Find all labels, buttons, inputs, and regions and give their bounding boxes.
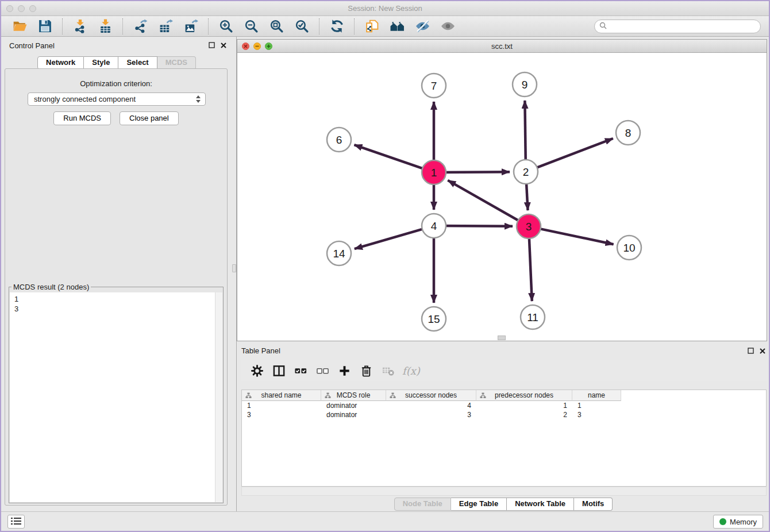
zoom-selected-button[interactable] [294,19,309,34]
tab-motifs[interactable]: Motifs [574,498,613,511]
task-history-button[interactable] [7,515,25,529]
column-settings-button[interactable] [250,364,264,377]
toolbar-separator [319,18,319,34]
table-row[interactable]: 1dominator411 [242,401,766,410]
network-view-window: scc.txt 7968124314101511 [237,39,767,341]
import-network-button[interactable] [72,19,87,34]
column-header-mcds-role[interactable]: MCDS role [321,390,386,401]
network-documents-button[interactable] [364,19,379,34]
close-panel-icon[interactable] [760,348,765,354]
table-cell[interactable]: dominator [321,410,386,419]
tab-node-table[interactable]: Node Table [394,498,451,511]
refresh-layout-button[interactable] [329,19,344,34]
add-row-button[interactable] [337,364,351,377]
search-input[interactable] [610,22,756,30]
float-panel-icon[interactable] [748,348,754,354]
table-cell[interactable]: 2 [476,410,572,419]
zoom-in-button[interactable] [218,19,233,34]
tab-select[interactable]: Select [118,56,157,70]
graph-node-3[interactable]: 3 [517,214,541,238]
graph-node-7[interactable]: 7 [422,74,446,98]
export-network-button[interactable] [133,19,148,34]
run-mcds-button[interactable]: Run MCDS [53,111,111,125]
float-panel-icon[interactable] [209,42,215,48]
graph-edge-3-1[interactable] [448,180,526,225]
tab-network[interactable]: Network [37,56,84,70]
table-cell[interactable]: 1 [476,401,572,410]
toggle-columns-button[interactable] [272,364,286,377]
table-cell[interactable]: dominator [321,401,386,410]
sort-tree-icon [480,392,486,399]
svg-text:1: 1 [431,167,437,179]
graph-edge-4-14[interactable] [355,226,432,249]
tab-style[interactable]: Style [84,56,118,70]
sort-tree-icon [245,392,252,399]
mcds-result-list[interactable]: 13 [10,292,215,502]
graph-edge-1-6[interactable] [354,145,432,172]
table-cell[interactable]: 3 [242,410,321,419]
open-session-button[interactable] [12,19,27,34]
optimization-criterion-value: strongly connected component [34,95,195,103]
table-cell[interactable]: 1 [572,401,621,410]
home-button[interactable] [390,19,405,34]
show-panel-button[interactable] [440,19,455,34]
graph-node-2[interactable]: 2 [514,160,538,184]
delete-row-button[interactable] [359,364,373,377]
search-icon [599,22,607,31]
network-window-title: scc.txt [237,42,767,51]
tab-network-table[interactable]: Network Table [507,498,574,511]
export-table-icon [159,19,173,33]
tab-mcds[interactable]: MCDS [157,56,196,70]
network-canvas[interactable]: 7968124314101511 [237,53,767,341]
save-session-button[interactable] [37,19,52,34]
tab-edge-table[interactable]: Edge Table [451,498,507,511]
zoom-fit-button[interactable] [269,19,284,34]
graph-edge-4-3[interactable] [436,226,513,226]
table-cell[interactable]: 1 [242,401,321,410]
memory-button[interactable]: Memory [713,515,763,529]
close-panel-icon[interactable] [221,43,226,48]
graph-edge-3-11[interactable] [529,229,532,301]
deselect-all-button[interactable] [315,364,329,377]
select-all-button[interactable] [294,364,307,377]
result-scrollbar[interactable] [215,292,222,502]
graph-node-10[interactable]: 10 [617,236,641,260]
export-table-button[interactable] [158,19,173,34]
graph-node-15[interactable]: 15 [422,307,446,331]
column-header-shared-name[interactable]: shared name [242,390,321,401]
graph-edge-3-10[interactable] [531,227,614,244]
graph-node-4[interactable]: 4 [422,214,446,238]
network-window-titlebar[interactable]: scc.txt [237,40,767,53]
hide-panel-button[interactable] [415,19,430,34]
graph-node-11[interactable]: 11 [521,305,545,329]
graph-node-9[interactable]: 9 [513,72,537,97]
graph-node-6[interactable]: 6 [327,128,351,152]
table-cell[interactable]: 4 [386,401,476,410]
graph-node-8[interactable]: 8 [616,121,640,145]
export-image-button[interactable] [183,19,198,34]
canvas-resize-grip-icon[interactable] [498,336,506,340]
column-header-predecessor-nodes[interactable]: predecessor nodes [476,390,572,401]
table-cell[interactable]: 3 [572,410,621,419]
graph-node-1[interactable]: 1 [422,160,446,184]
zoom-out-button[interactable] [244,19,259,34]
graph-edge-2-8[interactable] [528,138,613,171]
table-hscrollbar[interactable] [241,487,767,496]
delete-table-button[interactable] [381,364,395,377]
table-row[interactable]: 3dominator323 [242,410,766,419]
svg-text:8: 8 [625,127,632,139]
import-table-button[interactable] [98,19,113,34]
column-header-name[interactable]: name [572,390,621,401]
graph-edge-1-2[interactable] [436,172,510,172]
optimization-criterion-select[interactable]: strongly connected component [28,92,206,106]
mcds-panel: Optimization criterion: strongly connect… [5,68,228,506]
table-cell[interactable]: 3 [386,410,476,419]
close-panel-button[interactable]: Close panel [120,111,179,125]
apply-function-button[interactable]: f(x) [402,365,420,377]
splitter-grip-icon[interactable] [232,264,236,272]
graph-node-14[interactable]: 14 [327,241,351,265]
select-all-icon [294,364,307,377]
control-panel: Control Panel NetworkStyleSelectMCDS Opt… [1,37,232,512]
plus-icon [338,364,351,377]
column-header-successor-nodes[interactable]: successor nodes [386,390,476,401]
